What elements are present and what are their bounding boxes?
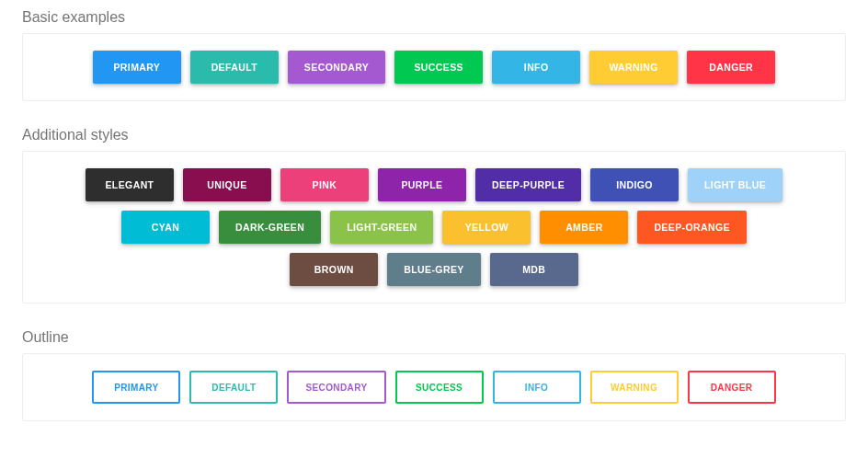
- button-cyan[interactable]: CYAN: [121, 211, 210, 244]
- section-additional-styles: Additional styles ELEGANTUNIQUEPINKPURPL…: [22, 127, 846, 303]
- button-amber[interactable]: AMBER: [540, 211, 628, 244]
- outline-button-success[interactable]: SUCCESS: [395, 371, 484, 404]
- button-warning[interactable]: WARNING: [589, 51, 678, 84]
- section-title-additional: Additional styles: [22, 127, 846, 143]
- button-default[interactable]: DEFAULT: [190, 51, 279, 84]
- button-purple[interactable]: PURPLE: [378, 168, 466, 201]
- button-deep-orange[interactable]: DEEP-ORANGE: [637, 211, 747, 244]
- card-additional: ELEGANTUNIQUEPINKPURPLEDEEP-PURPLEINDIGO…: [22, 151, 846, 303]
- button-brown[interactable]: BROWN: [290, 253, 378, 286]
- card-basic: PRIMARYDEFAULTSECONDARYSUCCESSINFOWARNIN…: [22, 33, 846, 101]
- button-yellow[interactable]: YELLOW: [442, 211, 531, 244]
- button-light-blue[interactable]: LIGHT BLUE: [688, 168, 782, 201]
- button-elegant[interactable]: ELEGANT: [86, 168, 174, 201]
- button-unique[interactable]: UNIQUE: [183, 168, 271, 201]
- card-outline: PRIMARYDEFAULTSECONDARYSUCCESSINFOWARNIN…: [22, 353, 846, 421]
- outline-button-danger[interactable]: DANGER: [688, 371, 776, 404]
- outline-button-warning[interactable]: WARNING: [590, 371, 679, 404]
- outline-button-default[interactable]: DEFAULT: [189, 371, 278, 404]
- section-outline: Outline PRIMARYDEFAULTSECONDARYSUCCESSIN…: [22, 329, 846, 421]
- outline-button-primary[interactable]: PRIMARY: [92, 371, 180, 404]
- button-info[interactable]: INFO: [492, 51, 580, 84]
- section-title-basic: Basic examples: [22, 9, 846, 26]
- outline-button-secondary[interactable]: SECONDARY: [287, 371, 385, 404]
- outline-button-info[interactable]: INFO: [493, 371, 581, 404]
- section-basic-examples: Basic examples PRIMARYDEFAULTSECONDARYSU…: [22, 9, 846, 101]
- button-dark-green[interactable]: DARK-GREEN: [219, 211, 321, 244]
- button-light-green[interactable]: LIGHT-GREEN: [330, 211, 433, 244]
- button-pink[interactable]: PINK: [280, 168, 369, 201]
- button-blue-grey[interactable]: BLUE-GREY: [387, 253, 480, 286]
- button-success[interactable]: SUCCESS: [394, 51, 483, 84]
- button-primary[interactable]: PRIMARY: [93, 51, 181, 84]
- button-secondary[interactable]: SECONDARY: [288, 51, 385, 84]
- button-indigo[interactable]: INDIGO: [590, 168, 679, 201]
- button-mdb[interactable]: MDB: [490, 253, 578, 286]
- section-title-outline: Outline: [22, 329, 846, 346]
- button-danger[interactable]: DANGER: [687, 51, 775, 84]
- button-deep-purple[interactable]: DEEP-PURPLE: [475, 168, 581, 201]
